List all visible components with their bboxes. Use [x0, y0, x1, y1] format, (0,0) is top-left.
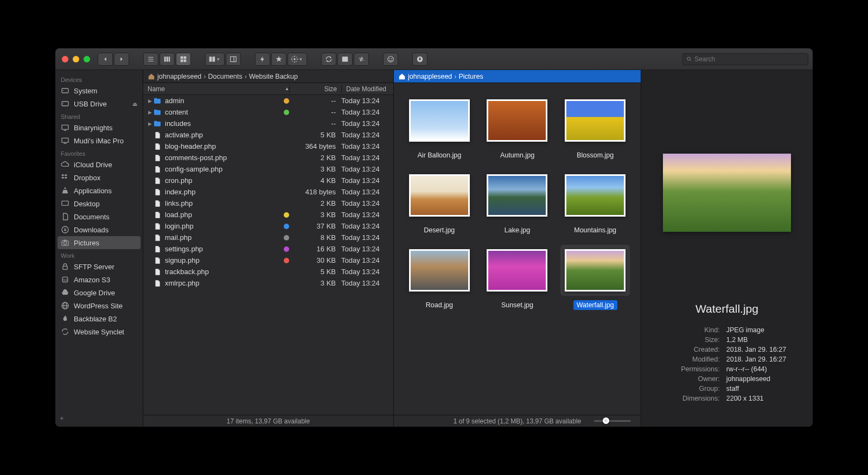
middle-breadcrumb[interactable]: johnappleseed › Pictures	[394, 70, 641, 83]
file-row[interactable]: mail.php8 KBToday 13:24	[143, 232, 393, 243]
file-row[interactable]: login.php37 KBToday 13:24	[143, 220, 393, 232]
forward-button[interactable]	[114, 53, 129, 66]
flame-icon	[61, 314, 69, 323]
disclosure-arrow-icon[interactable]: ▶	[146, 110, 153, 115]
file-row[interactable]: settings.php16 KBToday 13:24	[143, 243, 393, 255]
eject-icon[interactable]: ⏏	[132, 101, 137, 107]
file-row[interactable]: ▶content--Today 13:24	[143, 106, 393, 118]
file-row[interactable]: xmlrpc.php3 KBToday 13:24	[143, 277, 393, 289]
sidebar-item[interactable]: WordPress Site	[55, 299, 143, 312]
sidebar-item[interactable]: Desktop	[55, 197, 143, 210]
disclosure-arrow-icon[interactable]: ▶	[146, 121, 153, 126]
favorite-button[interactable]	[271, 53, 286, 66]
grid-item[interactable]: Mountains.jpg	[559, 170, 631, 235]
icon-view-button[interactable]	[176, 53, 191, 66]
grid-item[interactable]: Desert.jpg	[404, 170, 475, 235]
sidebar-item[interactable]: Google Drive	[55, 286, 143, 299]
preview-toggle-button[interactable]	[226, 53, 241, 66]
sync-button[interactable]	[321, 53, 336, 66]
close-window-button[interactable]	[62, 56, 68, 62]
grid-item-label: Air Balloon.jpg	[414, 150, 465, 160]
icon-size-slider[interactable]	[594, 420, 631, 422]
grid-item[interactable]: Autumn.jpg	[482, 95, 553, 160]
file-row[interactable]: ▶admin--Today 13:24	[143, 95, 393, 106]
queue-button[interactable]	[354, 53, 369, 66]
color-tag	[284, 224, 289, 229]
sidebar-item[interactable]: USB Drive⏏	[55, 97, 143, 110]
search-field[interactable]	[682, 53, 808, 65]
sidebar-item[interactable]: Mudi's iMac Pro	[55, 134, 143, 147]
file-row[interactable]: signup.php30 KBToday 13:24	[143, 255, 393, 266]
minimize-window-button[interactable]	[73, 56, 79, 62]
column-size[interactable]: Size	[289, 85, 341, 93]
grid-item[interactable]: Lake.jpg	[482, 170, 553, 235]
sidebar-item[interactable]: iCloud Drive	[55, 158, 143, 171]
sidebar-item-label: WordPress Site	[74, 302, 123, 310]
file-size: --	[297, 119, 341, 128]
back-button[interactable]	[98, 53, 113, 66]
file-row[interactable]: load.php3 KBToday 13:24	[143, 209, 393, 220]
sidebar-item[interactable]: Applications	[55, 184, 143, 197]
sidebar-item[interactable]: Pictures	[58, 236, 141, 249]
breadcrumb-item[interactable]: Pictures	[459, 73, 483, 80]
file-date: Today 13:24	[341, 279, 393, 287]
svg-rect-2	[169, 56, 170, 61]
grid-item[interactable]: Waterfall.jpg	[559, 245, 631, 310]
breadcrumb-item[interactable]: johnappleseed	[408, 73, 452, 80]
breadcrumb-item[interactable]: johnappleseed	[157, 73, 201, 80]
actions-dropdown[interactable]: ▾	[288, 53, 307, 66]
sidebar-item[interactable]: Website Synclet	[55, 325, 143, 338]
terminal-button[interactable]	[337, 53, 353, 66]
sidebar-item[interactable]: SFTP Server	[55, 260, 143, 273]
grid-item[interactable]: Blossom.jpg	[559, 95, 631, 160]
sidebar-item[interactable]: S3Amazon S3	[55, 273, 143, 286]
file-row[interactable]: index.php418 bytesToday 13:24	[143, 186, 393, 198]
grid-item[interactable]: Sunset.jpg	[482, 245, 553, 310]
left-breadcrumb[interactable]: johnappleseed › Documents › Website Back…	[143, 70, 393, 83]
file-row[interactable]: config-sample.php3 KBToday 13:24	[143, 163, 393, 175]
sidebar-item[interactable]: Documents	[55, 210, 143, 223]
sidebar-item[interactable]: Backblaze B2	[55, 312, 143, 325]
sidebar-item-label: Downloads	[74, 226, 108, 234]
svg-point-11	[293, 58, 296, 60]
sidebar-item-label: iCloud Drive	[74, 161, 112, 169]
add-location-button[interactable]: +	[55, 410, 143, 427]
file-date: Today 13:24	[341, 142, 393, 150]
grid-item[interactable]: Air Balloon.jpg	[404, 95, 475, 160]
meta-key: Dimensions:	[668, 395, 720, 402]
file-size: 30 KB	[297, 256, 341, 264]
chevron-right-icon	[118, 55, 125, 63]
file-row[interactable]: cron.php4 KBToday 13:24	[143, 175, 393, 186]
column-date[interactable]: Date Modified	[341, 85, 393, 93]
file-name: trackback.php	[165, 268, 284, 276]
tags-button[interactable]	[383, 53, 398, 66]
quicklook-button[interactable]	[255, 53, 270, 66]
breadcrumb-item[interactable]: Website Backup	[249, 73, 298, 80]
list-view-button[interactable]	[143, 53, 158, 66]
sidebar-item[interactable]: Binarynights	[55, 121, 143, 134]
file-row[interactable]: trackback.php5 KBToday 13:24	[143, 266, 393, 277]
sidebar-item[interactable]: System	[55, 84, 143, 97]
file-row[interactable]: activate.php5 KBToday 13:24	[143, 129, 393, 141]
activity-button[interactable]	[412, 53, 427, 66]
grid-item-label: Sunset.jpg	[498, 300, 537, 310]
search-input[interactable]	[694, 55, 805, 63]
grid-item[interactable]: Road.jpg	[404, 245, 475, 310]
column-view-button[interactable]	[159, 53, 175, 66]
doc-icon	[61, 212, 69, 221]
sidebar-item[interactable]: Downloads	[55, 223, 143, 236]
sidebar-item[interactable]: Dropbox	[55, 171, 143, 184]
layout-dropdown[interactable]: ▾	[205, 53, 225, 66]
file-date: Today 13:24	[341, 108, 393, 116]
file-row[interactable]: links.php2 KBToday 13:24	[143, 198, 393, 209]
file-list[interactable]: ▶admin--Today 13:24▶content--Today 13:24…	[143, 95, 393, 415]
breadcrumb-item[interactable]: Documents	[208, 73, 242, 80]
zoom-window-button[interactable]	[84, 56, 90, 62]
file-row[interactable]: ▶includes--Today 13:24	[143, 118, 393, 129]
file-row[interactable]: blog-header.php364 bytesToday 13:24	[143, 141, 393, 152]
display-icon	[61, 136, 69, 145]
file-row[interactable]: comments-post.php2 KBToday 13:24	[143, 152, 393, 163]
column-name[interactable]: Name▲	[143, 85, 289, 93]
icon-grid[interactable]: Air Balloon.jpgAutumn.jpgBlossom.jpgDese…	[394, 83, 641, 415]
disclosure-arrow-icon[interactable]: ▶	[146, 98, 153, 104]
